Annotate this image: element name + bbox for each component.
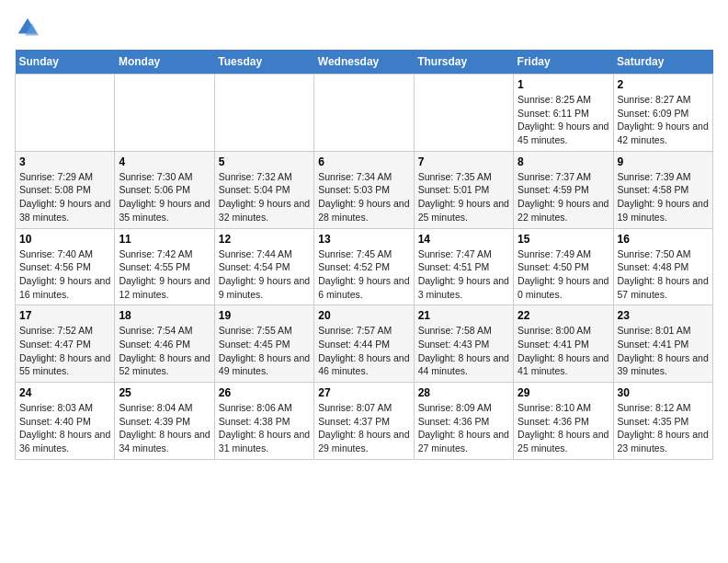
- calendar-day-cell: 13Sunrise: 7:45 AM Sunset: 4:52 PM Dayli…: [314, 228, 414, 305]
- calendar-week-row: 17Sunrise: 7:52 AM Sunset: 4:47 PM Dayli…: [16, 305, 713, 383]
- logo-icon: [15, 15, 40, 40]
- day-number: 27: [318, 386, 409, 399]
- calendar-day-cell: 21Sunrise: 7:58 AM Sunset: 4:43 PM Dayli…: [414, 305, 513, 383]
- calendar-day-cell: 29Sunrise: 8:10 AM Sunset: 4:36 PM Dayli…: [514, 383, 613, 460]
- calendar-day-cell: 17Sunrise: 7:52 AM Sunset: 4:47 PM Dayli…: [16, 305, 115, 383]
- calendar-week-row: 10Sunrise: 7:40 AM Sunset: 4:56 PM Dayli…: [16, 228, 713, 305]
- day-number: 20: [318, 309, 409, 322]
- day-info: Sunrise: 8:07 AM Sunset: 4:37 PM Dayligh…: [318, 401, 409, 455]
- day-number: 12: [219, 233, 310, 246]
- day-info: Sunrise: 8:06 AM Sunset: 4:38 PM Dayligh…: [219, 401, 310, 455]
- calendar-day-cell: 11Sunrise: 7:42 AM Sunset: 4:55 PM Dayli…: [115, 228, 214, 305]
- day-number: 8: [518, 155, 609, 168]
- calendar-day-cell: 15Sunrise: 7:49 AM Sunset: 4:50 PM Dayli…: [514, 228, 613, 305]
- calendar-day-cell: [16, 75, 115, 152]
- day-info: Sunrise: 7:42 AM Sunset: 4:55 PM Dayligh…: [119, 247, 210, 302]
- calendar-day-cell: 10Sunrise: 7:40 AM Sunset: 4:56 PM Dayli…: [16, 228, 115, 305]
- day-number: 26: [219, 386, 310, 399]
- day-number: 22: [518, 309, 609, 322]
- day-info: Sunrise: 8:12 AM Sunset: 4:35 PM Dayligh…: [618, 401, 709, 455]
- calendar-week-row: 1Sunrise: 8:25 AM Sunset: 6:11 PM Daylig…: [16, 75, 713, 152]
- day-number: 25: [119, 386, 210, 399]
- day-number: 2: [618, 78, 709, 91]
- day-number: 10: [19, 233, 110, 246]
- calendar-day-cell: 19Sunrise: 7:55 AM Sunset: 4:45 PM Dayli…: [214, 305, 313, 383]
- day-info: Sunrise: 8:09 AM Sunset: 4:36 PM Dayligh…: [418, 401, 509, 455]
- calendar-day-cell: 20Sunrise: 7:57 AM Sunset: 4:44 PM Dayli…: [314, 305, 414, 383]
- day-number: 1: [518, 78, 609, 91]
- day-number: 29: [518, 386, 609, 399]
- day-info: Sunrise: 8:10 AM Sunset: 4:36 PM Dayligh…: [518, 401, 609, 455]
- day-info: Sunrise: 7:30 AM Sunset: 5:06 PM Dayligh…: [119, 170, 210, 224]
- day-number: 23: [618, 309, 709, 322]
- calendar-day-cell: [314, 75, 414, 152]
- day-info: Sunrise: 7:52 AM Sunset: 4:47 PM Dayligh…: [19, 324, 110, 378]
- day-number: 13: [318, 233, 409, 246]
- day-info: Sunrise: 7:55 AM Sunset: 4:45 PM Dayligh…: [219, 324, 310, 378]
- day-number: 19: [219, 309, 310, 322]
- day-of-week-header: Tuesday: [214, 50, 313, 75]
- calendar-day-cell: 18Sunrise: 7:54 AM Sunset: 4:46 PM Dayli…: [115, 305, 214, 383]
- day-number: 17: [19, 309, 110, 322]
- day-info: Sunrise: 7:58 AM Sunset: 4:43 PM Dayligh…: [418, 324, 509, 378]
- calendar-day-cell: 4Sunrise: 7:30 AM Sunset: 5:06 PM Daylig…: [115, 151, 214, 228]
- calendar-day-cell: [414, 75, 513, 152]
- calendar-day-cell: 28Sunrise: 8:09 AM Sunset: 4:36 PM Dayli…: [414, 383, 513, 460]
- day-number: 21: [418, 309, 509, 322]
- day-number: 28: [418, 386, 509, 399]
- day-info: Sunrise: 7:32 AM Sunset: 5:04 PM Dayligh…: [219, 170, 310, 224]
- calendar-day-cell: 23Sunrise: 8:01 AM Sunset: 4:41 PM Dayli…: [613, 305, 712, 383]
- day-info: Sunrise: 7:35 AM Sunset: 5:01 PM Dayligh…: [418, 170, 509, 224]
- calendar-day-cell: 8Sunrise: 7:37 AM Sunset: 4:59 PM Daylig…: [514, 151, 613, 228]
- calendar-day-cell: 9Sunrise: 7:39 AM Sunset: 4:58 PM Daylig…: [613, 151, 712, 228]
- day-info: Sunrise: 7:40 AM Sunset: 4:56 PM Dayligh…: [19, 247, 110, 302]
- day-info: Sunrise: 8:27 AM Sunset: 6:09 PM Dayligh…: [618, 93, 709, 147]
- calendar-day-cell: 5Sunrise: 7:32 AM Sunset: 5:04 PM Daylig…: [214, 151, 313, 228]
- day-number: 18: [119, 309, 210, 322]
- day-number: 6: [318, 155, 409, 168]
- day-info: Sunrise: 8:25 AM Sunset: 6:11 PM Dayligh…: [518, 93, 609, 147]
- day-of-week-header: Wednesday: [314, 50, 414, 75]
- calendar-day-cell: 16Sunrise: 7:50 AM Sunset: 4:48 PM Dayli…: [613, 228, 712, 305]
- day-info: Sunrise: 7:39 AM Sunset: 4:58 PM Dayligh…: [618, 170, 709, 224]
- day-number: 7: [418, 155, 509, 168]
- calendar-day-cell: 14Sunrise: 7:47 AM Sunset: 4:51 PM Dayli…: [414, 228, 513, 305]
- day-number: 3: [19, 155, 110, 168]
- calendar-day-cell: 26Sunrise: 8:06 AM Sunset: 4:38 PM Dayli…: [214, 383, 313, 460]
- calendar-day-cell: 30Sunrise: 8:12 AM Sunset: 4:35 PM Dayli…: [613, 383, 712, 460]
- day-info: Sunrise: 7:57 AM Sunset: 4:44 PM Dayligh…: [318, 324, 409, 378]
- day-of-week-header: Monday: [115, 50, 214, 75]
- calendar-day-cell: 25Sunrise: 8:04 AM Sunset: 4:39 PM Dayli…: [115, 383, 214, 460]
- day-info: Sunrise: 8:01 AM Sunset: 4:41 PM Dayligh…: [618, 324, 709, 378]
- day-info: Sunrise: 8:00 AM Sunset: 4:41 PM Dayligh…: [518, 324, 609, 378]
- calendar-day-cell: 12Sunrise: 7:44 AM Sunset: 4:54 PM Dayli…: [214, 228, 313, 305]
- calendar-day-cell: 3Sunrise: 7:29 AM Sunset: 5:08 PM Daylig…: [16, 151, 115, 228]
- day-info: Sunrise: 7:34 AM Sunset: 5:03 PM Dayligh…: [318, 170, 409, 224]
- calendar-table: SundayMondayTuesdayWednesdayThursdayFrid…: [15, 50, 713, 460]
- day-of-week-header: Saturday: [613, 50, 712, 75]
- day-number: 11: [119, 233, 210, 246]
- day-info: Sunrise: 7:45 AM Sunset: 4:52 PM Dayligh…: [318, 247, 409, 302]
- day-info: Sunrise: 7:50 AM Sunset: 4:48 PM Dayligh…: [618, 247, 709, 302]
- day-info: Sunrise: 8:03 AM Sunset: 4:40 PM Dayligh…: [19, 401, 110, 455]
- day-info: Sunrise: 8:04 AM Sunset: 4:39 PM Dayligh…: [119, 401, 210, 455]
- day-number: 15: [518, 233, 609, 246]
- calendar-day-cell: 27Sunrise: 8:07 AM Sunset: 4:37 PM Dayli…: [314, 383, 414, 460]
- day-info: Sunrise: 7:37 AM Sunset: 4:59 PM Dayligh…: [518, 170, 609, 224]
- day-number: 5: [219, 155, 310, 168]
- day-info: Sunrise: 7:54 AM Sunset: 4:46 PM Dayligh…: [119, 324, 210, 378]
- day-info: Sunrise: 7:29 AM Sunset: 5:08 PM Dayligh…: [19, 170, 110, 224]
- calendar-week-row: 24Sunrise: 8:03 AM Sunset: 4:40 PM Dayli…: [16, 383, 713, 460]
- day-of-week-header: Sunday: [16, 50, 115, 75]
- day-number: 9: [618, 155, 709, 168]
- day-info: Sunrise: 7:47 AM Sunset: 4:51 PM Dayligh…: [418, 247, 509, 302]
- calendar-day-cell: [214, 75, 313, 152]
- calendar-day-cell: 1Sunrise: 8:25 AM Sunset: 6:11 PM Daylig…: [514, 75, 613, 152]
- day-info: Sunrise: 7:49 AM Sunset: 4:50 PM Dayligh…: [518, 247, 609, 302]
- day-of-week-header: Thursday: [414, 50, 513, 75]
- day-of-week-header: Friday: [514, 50, 613, 75]
- calendar-day-cell: 24Sunrise: 8:03 AM Sunset: 4:40 PM Dayli…: [16, 383, 115, 460]
- day-number: 30: [618, 386, 709, 399]
- day-number: 16: [618, 233, 709, 246]
- day-info: Sunrise: 7:44 AM Sunset: 4:54 PM Dayligh…: [219, 247, 310, 302]
